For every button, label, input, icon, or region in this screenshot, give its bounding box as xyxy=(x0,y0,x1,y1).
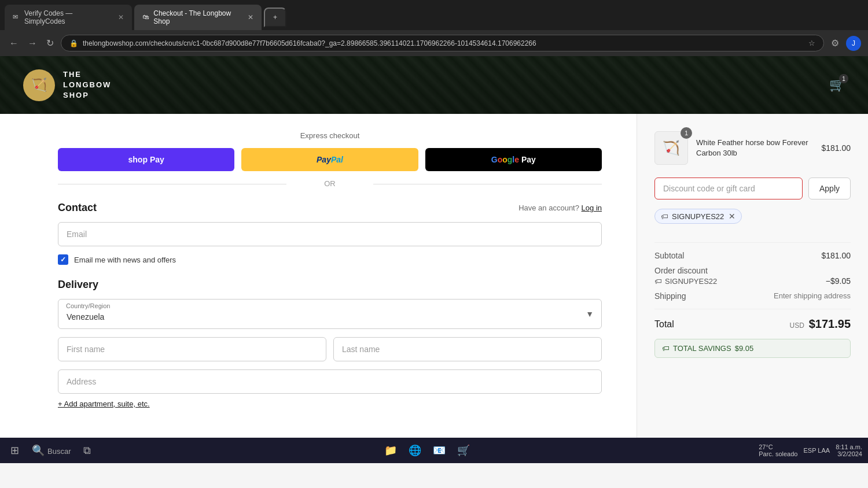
order-discount-label: Order discount xyxy=(654,266,708,275)
back-button[interactable]: ← xyxy=(7,36,21,51)
contact-section-header: Contact Have an account? Log in xyxy=(58,202,602,214)
gpay-label: Google Pay xyxy=(491,155,536,164)
divider-1 xyxy=(654,242,851,243)
profile-button[interactable]: J xyxy=(846,36,861,51)
new-tab-button[interactable]: + xyxy=(264,8,286,27)
order-summary: 1 🏹 White Feather horse bow Forever Carb… xyxy=(637,114,868,438)
name-row xyxy=(58,337,602,361)
first-name-group xyxy=(58,337,326,361)
start-button[interactable]: ⊞ xyxy=(6,441,24,460)
newsletter-checkbox[interactable] xyxy=(58,254,68,265)
weather-widget: 27°C Parc. soleado xyxy=(759,443,797,457)
savings-row: 🏷 TOTAL SAVINGS $9.05 xyxy=(654,339,851,358)
forward-button[interactable]: → xyxy=(25,36,39,51)
express-checkout-label: Express checkout xyxy=(58,131,602,140)
account-link: Have an account? Log in xyxy=(518,204,602,212)
tab-1-close[interactable]: ✕ xyxy=(118,13,124,21)
language-indicator: ESP LAA xyxy=(803,447,830,454)
shoppay-label: shop Pay xyxy=(128,155,164,164)
delivery-title: Delivery xyxy=(58,279,602,291)
tab-2-favicon: 🛍 xyxy=(142,13,150,21)
product-price: $181.00 xyxy=(821,143,851,153)
total-value: $171.95 xyxy=(809,317,851,330)
first-name-input[interactable] xyxy=(58,337,326,361)
coupon-remove-button[interactable]: ✕ xyxy=(729,212,735,221)
discount-row: Apply xyxy=(654,178,851,199)
apply-button[interactable]: Apply xyxy=(808,178,851,199)
url-bar[interactable]: 🔒 thelongbowshop.com/checkouts/cn/c1-0bc… xyxy=(61,35,824,51)
tab-2-title: Checkout - The Longbow Shop xyxy=(153,9,244,25)
total-label: Total xyxy=(654,319,674,330)
order-discount-row: Order discount xyxy=(654,266,851,275)
taskbar-app-3[interactable]: 📧 xyxy=(428,442,450,459)
discount-code-row: 🏷 SIGNUPYES22 −$9.05 xyxy=(654,276,851,286)
divider-2 xyxy=(654,309,851,309)
country-select[interactable]: Venezuela xyxy=(58,299,602,329)
log-in-link[interactable]: Log in xyxy=(582,204,602,212)
cart-badge: 1 xyxy=(839,74,848,83)
weather-desc: Parc. soleado xyxy=(759,450,797,457)
savings-label: TOTAL SAVINGS xyxy=(673,344,731,353)
add-apartment-link[interactable]: + Add apartment, suite, etc. xyxy=(58,400,602,408)
product-thumbnail: 🏹 xyxy=(663,140,680,156)
system-clock: 8:11 a.m. 3/2/2024 xyxy=(836,443,862,457)
tab-1-title: Verify Codes — SimplyCodes xyxy=(24,9,115,25)
logo-icon: 🏹 xyxy=(23,69,55,101)
paypal-button[interactable]: PayPal xyxy=(241,148,418,171)
shipping-value: Enter shipping address xyxy=(774,291,851,301)
discount-coupon-code: SIGNUPYES22 xyxy=(665,277,717,286)
clock-date: 3/2/2024 xyxy=(836,450,862,457)
email-field-group xyxy=(58,222,602,246)
shipping-label: Shipping xyxy=(654,291,686,301)
discount-amount: −$9.05 xyxy=(826,276,851,286)
reload-button[interactable]: ↻ xyxy=(44,35,56,51)
shipping-row: Shipping Enter shipping address xyxy=(654,291,851,301)
paypal-label: PayPal xyxy=(317,155,343,164)
coupon-tag: 🏷 SIGNUPYES22 ✕ xyxy=(654,209,742,224)
taskbar: ⊞ 🔍 Buscar ⧉ 📁 🌐 📧 🛒 27°C Parc. soleado … xyxy=(0,438,868,463)
tab-2-close[interactable]: ✕ xyxy=(248,13,253,21)
taskbar-app-2[interactable]: 🌐 xyxy=(404,442,426,459)
product-image: 1 🏹 xyxy=(654,131,688,165)
total-currency: USD xyxy=(789,321,804,330)
newsletter-label: Email me with news and offers xyxy=(74,256,176,264)
newsletter-checkbox-row: Email me with news and offers xyxy=(58,254,602,265)
payment-buttons: shop Pay PayPal Google Pay xyxy=(58,148,602,171)
product-info: White Feather horse bow Forever Carbon 3… xyxy=(696,138,813,158)
product-name: White Feather horse bow Forever Carbon 3… xyxy=(696,138,813,158)
tab-2[interactable]: 🛍 Checkout - The Longbow Shop ✕ xyxy=(134,5,262,30)
product-badge: 1 xyxy=(681,127,692,139)
taskbar-left: ⊞ 🔍 Buscar ⧉ xyxy=(6,441,95,460)
address-input[interactable] xyxy=(58,369,602,394)
bookmark-icon[interactable]: ☆ xyxy=(808,39,815,47)
savings-icon: 🏷 xyxy=(662,344,670,353)
discount-coupon-icon: 🏷 xyxy=(654,277,662,286)
discount-input[interactable] xyxy=(654,178,803,199)
checkout-form: Express checkout shop Pay PayPal Google … xyxy=(0,114,637,438)
shoppay-button[interactable]: shop Pay xyxy=(58,148,234,171)
total-row: Total USD $171.95 xyxy=(654,317,851,331)
cart-icon[interactable]: 🛒 1 xyxy=(829,77,845,93)
clock-time: 8:11 a.m. xyxy=(836,443,862,450)
tab-1[interactable]: ✉ Verify Codes — SimplyCodes ✕ xyxy=(5,5,132,30)
search-button[interactable]: 🔍 Buscar xyxy=(27,441,75,460)
taskbar-center: 📁 🌐 📧 🛒 xyxy=(380,442,475,459)
product-row: 1 🏹 White Feather horse bow Forever Carb… xyxy=(654,131,851,165)
email-input[interactable] xyxy=(58,222,602,246)
gpay-button[interactable]: Google Pay xyxy=(425,148,602,171)
taskbar-app-1[interactable]: 📁 xyxy=(380,442,402,459)
last-name-group xyxy=(333,337,602,361)
site-logo: 🏹 THE LONGBOW SHOP xyxy=(23,69,111,101)
address-field-group xyxy=(58,369,602,394)
coupon-code: SIGNUPYES22 xyxy=(672,212,724,221)
taskbar-app-4[interactable]: 🛒 xyxy=(453,442,475,459)
subtotal-row: Subtotal $181.00 xyxy=(654,251,851,260)
taskbar-right: 27°C Parc. soleado ESP LAA 8:11 a.m. 3/2… xyxy=(759,443,862,457)
extensions-button[interactable]: ⚙ xyxy=(829,35,841,51)
coupon-icon: 🏷 xyxy=(661,212,668,221)
last-name-input[interactable] xyxy=(333,337,602,361)
total-amount: USD $171.95 xyxy=(789,317,851,331)
task-view-button[interactable]: ⧉ xyxy=(79,441,95,460)
savings-value: $9.05 xyxy=(735,344,754,353)
country-select-wrapper: Country/Region Venezuela ▼ xyxy=(58,299,602,329)
